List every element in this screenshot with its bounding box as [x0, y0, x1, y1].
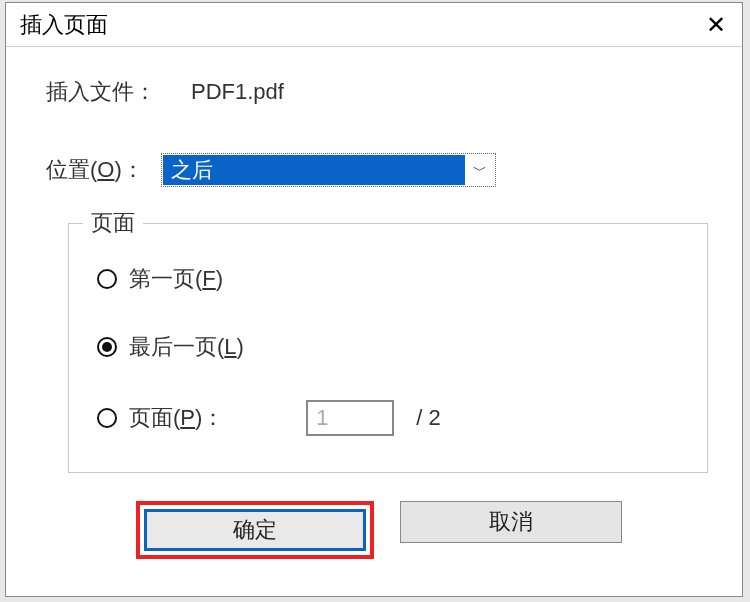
radio-icon [97, 269, 117, 289]
cancel-button[interactable]: 取消 [400, 501, 622, 543]
radio-icon [97, 337, 117, 357]
position-row: 位置(O)： 之后 ﹀ [46, 153, 712, 187]
page-total: / 2 [416, 405, 440, 431]
radio-page-label: 页面(P)： [129, 403, 224, 433]
page-fieldset: 页面 第一页(F) 最后一页(L) 页面(P)： 1 / 2 [68, 223, 708, 473]
radio-page-number[interactable]: 页面(P)： 1 / 2 [97, 400, 683, 436]
position-label: 位置(O)： [46, 155, 161, 185]
button-row: 确定 取消 [46, 501, 712, 559]
ok-button[interactable]: 确定 [144, 509, 366, 551]
insert-page-dialog: 插入页面 ✕ 插入文件： PDF1.pdf 位置(O)： 之后 ﹀ 页面 第一页… [5, 2, 743, 597]
page-number-input[interactable]: 1 [306, 400, 394, 436]
radio-last-page[interactable]: 最后一页(L) [97, 332, 683, 362]
close-icon[interactable]: ✕ [696, 5, 736, 45]
page-legend: 页面 [83, 208, 143, 238]
radio-first-label: 第一页(F) [129, 264, 223, 294]
file-label: 插入文件： [46, 77, 191, 107]
dialog-body: 插入文件： PDF1.pdf 位置(O)： 之后 ﹀ 页面 第一页(F) [6, 47, 742, 579]
titlebar: 插入页面 ✕ [6, 3, 742, 47]
file-row: 插入文件： PDF1.pdf [46, 77, 712, 107]
radio-first-page[interactable]: 第一页(F) [97, 264, 683, 294]
file-name: PDF1.pdf [191, 79, 284, 105]
radio-icon [97, 408, 117, 428]
radio-last-label: 最后一页(L) [129, 332, 244, 362]
position-combobox[interactable]: 之后 ﹀ [161, 153, 496, 187]
ok-highlight: 确定 [136, 501, 374, 559]
chevron-down-icon: ﹀ [465, 155, 495, 185]
dialog-title: 插入页面 [20, 10, 108, 40]
position-selected: 之后 [163, 155, 465, 185]
